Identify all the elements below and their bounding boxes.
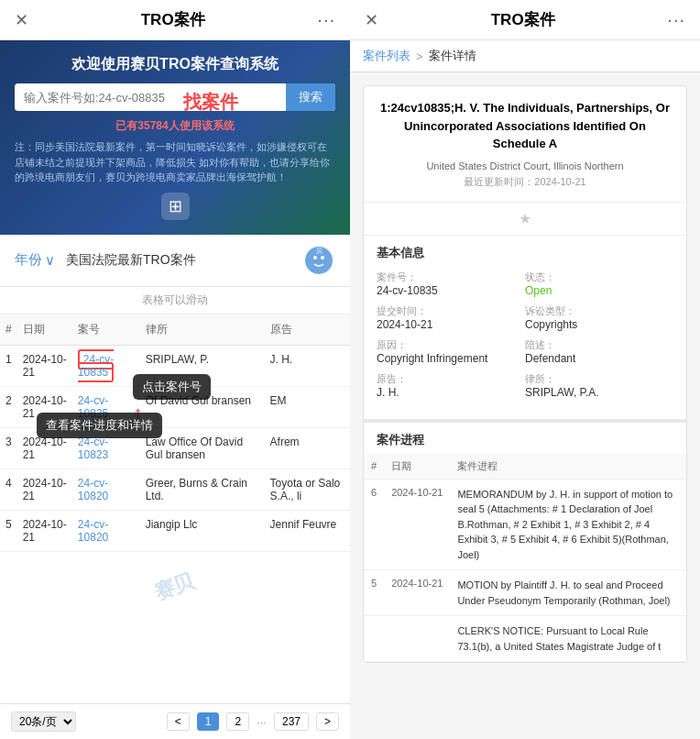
case-card: 1:24cv10835;H. V. The Individuals, Partn… [363,85,687,663]
page-size-select[interactable]: 20条/页 [11,711,76,732]
breadcrumb: 案件列表 > 案件详情 [350,40,700,72]
case-link[interactable]: 24-cv-10820 [78,518,108,544]
case-title-section: 1:24cv10835;H. V. The Individuals, Partn… [364,86,686,203]
cell-num: 1 [0,345,17,386]
breadcrumb-arrow-icon: > [416,50,423,63]
star-button[interactable]: ★ [364,203,686,236]
prog-cell-num: 5 [364,570,384,616]
role-value: Defendant [525,352,673,365]
right-close-icon[interactable]: ✕ [365,10,378,30]
prog-cell-text: MEMORANDUM by J. H. in support of motion… [450,479,686,570]
role-field: 陪述： Defendant [525,335,673,369]
cell-num: 2 [0,386,17,427]
table-row: 2 2024-10-21 24-cv-10825 Of David Gul br… [0,386,350,427]
next-page-button[interactable]: > [316,712,339,731]
cell-firm: SRIPLAW, P. [140,345,265,386]
cell-date: 2024-10-21 [17,427,72,469]
table-row: 4 2024-10-21 24-cv-10820 Greer, Burns & … [0,469,350,510]
right-header: ✕ TRO案件 ··· [350,0,700,40]
cell-date: 2024-10-21 [17,469,72,510]
banner-title: 欢迎使用赛贝TRO案件查询系统 [15,55,335,74]
cell-case-num: 24-cv-10835 [72,345,140,386]
svg-point-1 [313,256,317,259]
firm-label: 律所： [525,372,673,386]
case-court: United States District Court, Illinois N… [377,160,673,171]
year-filter[interactable]: 年份 ∨ [15,251,55,269]
breadcrumb-list-link[interactable]: 案件列表 [363,48,410,64]
prev-page-button[interactable]: < [167,712,190,731]
case-date-label: 最近更新时间：2024-10-21 [377,175,673,189]
breadcrumb-current: 案件详情 [429,48,476,64]
search-bar: 搜索 [15,83,335,111]
svg-text:贝: 贝 [316,248,323,254]
page-2-button[interactable]: 2 [226,712,249,731]
role-label: 陪述： [525,338,673,352]
submit-label: 提交时间： [377,304,525,318]
case-main-title: 1:24cv10835;H. V. The Individuals, Partn… [377,99,673,153]
page-1-button[interactable]: 1 [197,712,220,731]
col-case-num: 案号 [72,314,140,346]
status-field: 状态： Open [525,267,673,301]
case-link[interactable]: 24-cv-10823 [78,436,108,461]
progress-table: # 日期 案件进程 6 2024-10-21 MEMORANDUM by J. … [364,454,686,663]
case-table-area: 表格可以滑动 # 日期 案号 律所 原告 1 2024-10-21 24-cv-… [0,287,350,704]
plaintiff-label: 原告： [377,372,525,386]
submit-value: 2024-10-21 [377,318,525,331]
cell-plaintiff: Afrem [265,427,350,469]
right-more-icon[interactable]: ··· [667,9,685,30]
table-row: 3 2024-10-21 24-cv-10823 Law Office Of D… [0,427,350,469]
qr-code-icon: ⊞ [161,193,190,220]
more-options-icon[interactable]: ··· [317,9,335,30]
col-date: 日期 [17,314,72,346]
search-input[interactable] [15,85,286,110]
left-title: TRO案件 [28,9,317,30]
right-title: TRO案件 [378,9,667,30]
plaintiff-value: J. H. [377,386,525,399]
case-num-value: 24-cv-10835 [377,284,525,297]
year-label: 年份 [15,251,42,269]
cell-date: 2024-10-21 [17,345,72,386]
cell-case-num: 24-cv-10823 [72,427,140,469]
cell-firm: Jiangip Llc [140,510,265,551]
cell-firm: Law Office Of David Gul bransen [140,427,265,469]
case-num-field: 案件号： 24-cv-10835 [377,267,525,301]
cause-label: 原因： [377,338,525,352]
last-page-button[interactable]: 237 [274,712,309,731]
plaintiff-field: 原告： J. H. [377,369,525,403]
progress-row: 6 2024-10-21 MEMORANDUM by J. H. in supp… [364,479,686,570]
case-link-highlighted[interactable]: 24-cv-10835 [78,349,114,382]
case-link[interactable]: 24-cv-10825 [78,394,108,420]
progress-row: 5 2024-10-21 MOTION by Plaintiff J. H. t… [364,570,686,616]
submit-date-field: 提交时间： 2024-10-21 [377,301,525,335]
cell-case-num: 24-cv-10825 [72,386,140,427]
prog-col-progress: 案件进程 [450,454,686,480]
prog-cell-text: MOTION by Plaintiff J. H. to seal and Pr… [450,570,686,616]
cell-date: 2024-10-21 [17,510,72,551]
left-header: ✕ TRO案件 ··· [0,0,350,40]
prog-cell-date: 2024-10-21 [384,479,450,570]
col-num: # [0,314,17,346]
cell-num: 3 [0,427,17,469]
section-title: 美国法院最新TRO案件 [66,252,196,269]
status-value: Open [525,284,673,297]
cell-firm: Of David Gul bransen [140,386,265,427]
left-panel: ✕ TRO案件 ··· 欢迎使用赛贝TRO案件查询系统 搜索 已有35784人使… [0,0,350,739]
cell-plaintiff: Jennif Feuvre [265,510,350,551]
type-value: Copyrights [525,318,673,331]
cell-num: 5 [0,510,17,551]
case-detail-area: 1:24cv10835;H. V. The Individuals, Partn… [350,72,700,739]
user-count: 已有35784人使用该系统 [15,118,335,134]
case-table: # 日期 案号 律所 原告 1 2024-10-21 24-cv-10835 S… [0,314,350,552]
search-button[interactable]: 搜索 [286,83,335,111]
case-link[interactable]: 24-cv-10820 [78,477,108,502]
cell-case-num: 24-cv-10820 [72,469,140,510]
basic-info-grid: 案件号： 24-cv-10835 状态： Open 提交时间： 2024-10-… [364,267,686,412]
cause-field: 原因： Copyright Infringement [377,335,525,369]
col-firm: 律所 [140,314,265,346]
banner-note: 注：同步美国法院最新案件，第一时间知晓诉讼案件，如涉嫌侵权可在店铺未结之前提现并… [15,139,335,185]
page-ellipsis: ··· [257,715,267,729]
cell-case-num: 24-cv-10820 [72,510,140,551]
close-icon[interactable]: ✕ [15,10,28,30]
banner-icons: ⊞ [15,193,335,220]
progress-title: 案件进程 [364,423,686,454]
